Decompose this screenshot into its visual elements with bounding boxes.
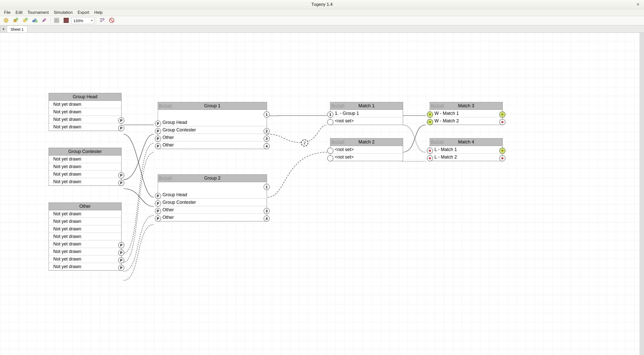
new-tournament-button[interactable] [2,17,11,25]
pool-row[interactable]: Not yet drawn P [49,256,121,263]
match-row[interactable]: L - Match 1 [430,146,502,154]
pool-row[interactable]: Not yet drawn [49,163,121,171]
pool-group-contester[interactable]: Group Contester Not yet drawn Not yet dr… [49,148,122,186]
match-row[interactable]: <not set> [330,117,403,125]
pool-group-head[interactable]: Group Head Not yet drawn Not yet drawn N… [49,93,122,131]
arrange-button[interactable] [98,17,107,25]
pool-row[interactable]: Not yet drawn P [49,240,121,248]
port-out-4[interactable]: 4 [264,143,270,149]
group-row[interactable]: P Group Contester [158,199,267,206]
port-loser-in[interactable] [427,155,433,161]
pool-row[interactable]: Not yet drawn [49,218,121,225]
port-out-4[interactable]: 4 [264,216,270,222]
pool-row[interactable]: Not yet drawn P [49,116,121,123]
pool-row[interactable]: Not yet drawn [49,156,121,163]
menu-edit[interactable]: Edit [13,10,25,16]
port-in[interactable]: P [155,208,161,214]
port-out-3[interactable]: 3 [264,208,270,214]
port-loser-out[interactable] [499,155,505,161]
port-in[interactable]: P [155,136,161,142]
match-row[interactable]: W - Match 1 [430,110,502,117]
match-row[interactable]: <not set> [330,146,403,154]
port-in-empty[interactable] [327,119,333,125]
port-in[interactable]: P [155,128,161,134]
port-winner-out[interactable] [499,148,505,154]
match-row[interactable]: L - Match 2 [430,154,502,161]
new-match-button[interactable] [30,17,39,25]
group-2[interactable]: Bo2a5 Group 2 1 P Group Head P Group Con… [158,174,267,221]
menu-export[interactable]: Export [75,10,92,16]
close-button[interactable]: × [635,2,641,7]
port-out[interactable]: P [118,172,124,178]
pool-row[interactable]: Not yet drawn P [49,263,121,270]
group-title: Bo2a5 Group 1 [158,102,267,110]
pool-row[interactable]: Not yet drawn P [49,178,121,185]
pool-row[interactable]: Not yet drawn P [49,123,121,131]
grid-light-button[interactable] [52,17,61,25]
port-winner-in[interactable] [427,112,433,118]
match-3[interactable]: Bo2a5 Match 3 W - Match 1 W - Match 2 [430,102,503,125]
menu-file[interactable]: File [2,10,13,16]
port-out[interactable]: P [118,118,124,124]
port-out[interactable]: P [118,242,124,248]
pool-row[interactable]: Not yet drawn [49,101,121,108]
port-out[interactable]: P [118,180,124,186]
port-in[interactable]: P [155,121,161,127]
port-in[interactable]: P [155,193,161,199]
group-row[interactable]: P Other 3 [158,206,267,214]
port-in-empty[interactable] [327,148,333,154]
match-row[interactable]: <not set> [330,154,403,161]
pool-other[interactable]: Other Not yet drawn Not yet drawn Not ye… [49,202,122,271]
port-in[interactable]: P [155,216,161,222]
port-in[interactable]: 1 [327,112,333,118]
menu-help[interactable]: Help [92,10,105,16]
port-winner-out[interactable] [499,112,505,118]
match-row[interactable]: W - Match 2 [430,117,502,125]
group-row[interactable]: P Other 4 [158,141,267,149]
pool-row[interactable]: Not yet drawn [49,233,121,240]
port-out-1[interactable]: 1 [264,184,270,190]
new-pool-button[interactable] [11,17,20,25]
add-sheet-button[interactable]: + [0,26,7,32]
port-out[interactable]: P [118,125,124,131]
port-in[interactable]: P [155,143,161,149]
port-out-2[interactable]: 2 [264,128,270,134]
pool-row[interactable]: Not yet drawn [49,210,121,218]
port-loser-out[interactable] [499,119,505,125]
sheet-tab-1[interactable]: Sheet 1 [7,26,27,32]
port-out-3[interactable]: 3 [264,136,270,142]
group-row[interactable]: P Group Head [158,119,267,126]
broom-button[interactable] [40,17,49,25]
group-row[interactable]: P Group Head [158,191,267,199]
port-loser-in[interactable] [427,148,433,154]
menu-tournament[interactable]: Tournament [25,10,51,16]
group-row[interactable]: P Other 4 [158,214,267,221]
port-out[interactable]: P [118,257,124,263]
pool-row[interactable]: Not yet drawn P [49,248,121,256]
group-1[interactable]: Bo2a5 Group 1 1 P Group Head P Group Con… [158,102,267,149]
svg-point-14 [501,121,503,123]
zoom-combo[interactable]: 133% [71,17,94,24]
port-in[interactable]: P [155,200,161,207]
group-row[interactable]: P Other 3 [158,134,267,141]
grid-dark-button[interactable] [62,17,71,25]
pool-row[interactable]: Not yet drawn [49,225,121,233]
match-2[interactable]: Bo2a5 Match 2 <not set> <not set> [330,138,403,161]
match-4[interactable]: Bo2a5 Match 4 L - Match 1 L - Match 2 [430,138,503,161]
tournament-canvas[interactable]: 2 Group Head Not yet drawn Not yet drawn… [0,33,644,355]
clear-button[interactable] [107,17,116,25]
dragging-port[interactable]: 2 [301,139,308,146]
match-row[interactable]: 1 1. - Group 1 [330,110,403,117]
port-out-1[interactable]: 1 [264,112,270,118]
port-out[interactable]: P [118,250,124,256]
match-1[interactable]: Bo2a5 Match 1 1 1. - Group 1 <not set> [330,102,403,125]
pool-row[interactable]: Not yet drawn [49,108,121,116]
new-group-button[interactable] [21,17,30,25]
group-row[interactable]: P Group Contester 2 [158,126,267,134]
menu-simulation[interactable]: Simulation [51,10,75,16]
port-winner-in[interactable] [427,119,433,125]
grid-light-icon [54,18,59,24]
port-in-empty[interactable] [327,155,333,161]
port-out[interactable]: P [118,265,124,271]
pool-row[interactable]: Not yet drawn P [49,171,121,178]
